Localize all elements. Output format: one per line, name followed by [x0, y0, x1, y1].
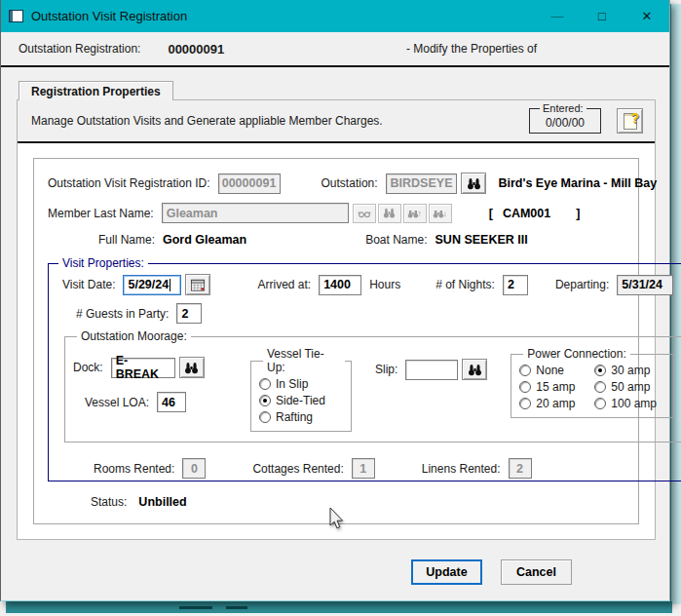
linens-rented-field: 2: [509, 458, 532, 479]
arrived-at-label: Arrived at:: [257, 278, 311, 291]
departing-field: 5/31/24: [617, 275, 673, 295]
radio-power-100amp-label: 100 amp: [611, 397, 657, 410]
visit-properties-group: Visit Properties: Visit Date: 5/29/24 Ar…: [48, 256, 681, 481]
nights-label: # of Nights:: [435, 278, 495, 291]
tab-registration-properties[interactable]: Registration Properties: [19, 81, 173, 100]
maximize-button[interactable]: □: [580, 0, 624, 32]
binoculars-icon: [184, 361, 199, 375]
modify-properties-text: - Modify the Properties of: [406, 42, 537, 56]
close-button[interactable]: ✕: [624, 0, 669, 32]
radio-button-icon[interactable]: [594, 381, 606, 393]
background-window-bottom-strip: [6, 601, 672, 613]
radio-power-20amp-label: 20 amp: [536, 397, 575, 410]
cancel-button[interactable]: Cancel: [501, 559, 572, 585]
dock-input[interactable]: E-BREAK: [111, 358, 175, 378]
calendar-button[interactable]: [185, 274, 210, 295]
guests-input[interactable]: 2: [176, 303, 202, 324]
entered-groupbox: Entered: 0/00/00: [529, 108, 601, 134]
help-button[interactable]: ?: [617, 108, 643, 134]
rooms-rented-label: Rooms Rented:: [94, 462, 174, 476]
visit-date-input[interactable]: 5/29/24: [123, 275, 181, 295]
outstation-code-field: BIRDSEYE: [386, 173, 458, 194]
radio-button-icon[interactable]: [519, 398, 531, 409]
registration-properties-tabpage: Manage Outstation Visits and Generate ap…: [17, 99, 656, 540]
dock-label: Dock:: [73, 361, 103, 374]
outstation-registration-label: Outstation Registration:: [19, 42, 140, 56]
header-strip: Outstation Registration: 00000091 - Modi…: [1, 32, 669, 67]
radio-side-tied[interactable]: Side-Tied: [259, 394, 345, 407]
slip-label: Slip:: [375, 363, 397, 376]
minimize-button[interactable]: —: [535, 0, 580, 32]
member-find-button[interactable]: [378, 204, 401, 223]
mouse-cursor: [329, 507, 346, 532]
radio-power-30amp-label: 30 amp: [611, 364, 650, 377]
member-find-previous-button[interactable]: ↑: [403, 204, 427, 223]
slip-input[interactable]: [405, 360, 458, 380]
visit-date-label: Visit Date:: [62, 278, 115, 291]
radio-button-icon[interactable]: [519, 365, 531, 376]
radio-power-100amp[interactable]: 100 amp: [594, 397, 669, 410]
radio-button-icon[interactable]: [519, 381, 531, 393]
outstation-moorage-group: Outstation Moorage: Dock: E-BREAK: [64, 329, 681, 443]
background-artifact: [179, 606, 212, 609]
radio-power-20amp[interactable]: 20 amp: [519, 397, 594, 410]
radio-button-icon[interactable]: [594, 398, 606, 409]
radio-power-50amp[interactable]: 50 amp: [594, 380, 669, 394]
calendar-icon: [190, 278, 206, 292]
entered-date: 0/00/00: [538, 116, 592, 130]
radio-in-slip[interactable]: In Slip: [259, 377, 345, 391]
outstation-lookup-button[interactable]: [461, 173, 486, 194]
radio-rafting[interactable]: Rafting: [259, 410, 345, 424]
background-artifact: [226, 606, 247, 609]
slip-lookup-button[interactable]: [462, 359, 487, 380]
status-value: Unbilled: [138, 495, 186, 509]
update-button[interactable]: Update: [411, 559, 482, 585]
guests-label: # Guests in Party:: [76, 307, 169, 321]
linens-rented-label: Linens Rented:: [422, 462, 501, 476]
manage-visits-description: Manage Outstation Visits and Generate ap…: [31, 114, 383, 128]
full-name-label: Full Name:: [98, 233, 155, 247]
radio-power-50amp-label: 50 amp: [611, 380, 650, 394]
radio-power-none[interactable]: None: [519, 364, 594, 377]
member-search-button[interactable]: [353, 204, 376, 223]
vessel-loa-input[interactable]: 46: [157, 392, 186, 412]
dock-lookup-button[interactable]: [179, 357, 205, 378]
departing-label: Departing:: [555, 278, 609, 291]
radio-side-tied-label: Side-Tied: [276, 394, 325, 407]
screen: Outstation Visit Registration — □ ✕ Outs…: [0, 0, 681, 616]
visit-properties-group-label: Visit Properties:: [58, 256, 148, 270]
radio-power-none-label: None: [536, 364, 564, 377]
status-label: Status:: [91, 495, 127, 509]
radio-power-15amp[interactable]: 15 amp: [519, 380, 594, 394]
binoculars-icon: [467, 176, 481, 191]
binoculars-icon: [468, 363, 482, 377]
outstation-full-name: Bird's Eye Marina - Mill Bay: [498, 176, 657, 190]
text-caret: [170, 279, 170, 291]
member-last-name-label: Member Last Name:: [48, 207, 154, 220]
outstation-moorage-group-label: Outstation Moorage:: [77, 329, 191, 343]
radio-power-15amp-label: 15 amp: [536, 380, 575, 394]
radio-power-30amp[interactable]: 30 amp: [594, 364, 669, 377]
power-connection-group-label: Power Connection:: [523, 347, 629, 361]
radio-button-icon[interactable]: [259, 411, 271, 423]
radio-button-icon[interactable]: [594, 365, 606, 376]
titlebar[interactable]: Outstation Visit Registration — □ ✕: [1, 0, 669, 32]
vessel-tie-up-group-label: Vessel Tie-Up:: [263, 347, 345, 374]
hours-label: Hours: [369, 278, 400, 291]
question-mark-icon: ?: [630, 110, 639, 126]
window-title: Outstation Visit Registration: [31, 9, 187, 23]
member-last-name-field[interactable]: Gleaman: [162, 203, 349, 223]
radio-button-icon[interactable]: [259, 395, 271, 406]
registration-detail-panel: Outstation Visit Registration ID: 000000…: [33, 158, 639, 524]
window-icon: [9, 10, 23, 22]
member-find-next-button[interactable]: ↓: [429, 204, 452, 223]
arrived-at-input[interactable]: 1400: [319, 275, 361, 295]
radio-button-icon[interactable]: [259, 378, 271, 390]
rooms-rented-field: 0: [182, 458, 206, 479]
vessel-loa-label: Vessel LOA:: [85, 396, 149, 409]
cottages-rented-field: 1: [352, 458, 375, 479]
power-connection-group: Power Connection: None: [511, 347, 674, 418]
vessel-tie-up-group: Vessel Tie-Up: In Slip Side-Tied: [250, 347, 352, 432]
nights-input[interactable]: 2: [503, 275, 528, 295]
outstation-label: Outstation:: [322, 176, 378, 190]
